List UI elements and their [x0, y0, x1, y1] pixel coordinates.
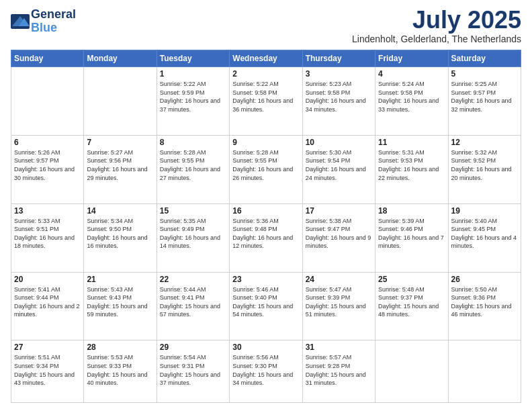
- weekday-header: Saturday: [448, 50, 521, 67]
- day-number: 1: [160, 69, 226, 79]
- calendar-cell: 15Sunrise: 5:35 AM Sunset: 9:49 PM Dayli…: [157, 203, 229, 272]
- calendar-week-row: 27Sunrise: 5:51 AM Sunset: 9:34 PM Dayli…: [11, 340, 521, 403]
- weekday-header: Tuesday: [157, 50, 229, 67]
- calendar-cell: 2Sunrise: 5:22 AM Sunset: 9:58 PM Daylig…: [230, 67, 302, 136]
- page: General Blue July 2025 Lindenholt, Gelde…: [0, 0, 532, 411]
- calendar-cell: 10Sunrise: 5:30 AM Sunset: 9:54 PM Dayli…: [302, 135, 375, 203]
- title-block: July 2025 Lindenholt, Gelderland, The Ne…: [352, 8, 521, 44]
- day-number: 11: [378, 138, 445, 147]
- day-info: Sunrise: 5:53 AM Sunset: 9:33 PM Dayligh…: [87, 353, 153, 387]
- calendar-cell: 26Sunrise: 5:50 AM Sunset: 9:36 PM Dayli…: [448, 272, 521, 340]
- calendar-cell: [11, 67, 84, 136]
- day-number: 30: [232, 342, 299, 352]
- weekday-header: Sunday: [11, 50, 84, 67]
- day-info: Sunrise: 5:33 AM Sunset: 9:51 PM Dayligh…: [14, 217, 81, 250]
- day-number: 25: [378, 275, 445, 284]
- calendar-cell: 25Sunrise: 5:48 AM Sunset: 9:37 PM Dayli…: [375, 272, 448, 340]
- calendar-cell: 1Sunrise: 5:22 AM Sunset: 9:59 PM Daylig…: [157, 67, 229, 136]
- calendar-cell: 24Sunrise: 5:47 AM Sunset: 9:39 PM Dayli…: [302, 272, 375, 340]
- calendar-cell: 27Sunrise: 5:51 AM Sunset: 9:34 PM Dayli…: [11, 340, 84, 403]
- day-number: 22: [160, 275, 226, 284]
- calendar-cell: 5Sunrise: 5:25 AM Sunset: 9:57 PM Daylig…: [448, 67, 521, 136]
- day-info: Sunrise: 5:32 AM Sunset: 9:52 PM Dayligh…: [451, 148, 518, 182]
- calendar-cell: 19Sunrise: 5:40 AM Sunset: 9:45 PM Dayli…: [448, 203, 521, 272]
- calendar-cell: 16Sunrise: 5:36 AM Sunset: 9:48 PM Dayli…: [230, 203, 302, 272]
- day-number: 12: [451, 138, 518, 147]
- day-number: 15: [160, 206, 226, 216]
- calendar-week-row: 13Sunrise: 5:33 AM Sunset: 9:51 PM Dayli…: [11, 203, 521, 272]
- day-number: 13: [14, 206, 81, 216]
- day-info: Sunrise: 5:30 AM Sunset: 9:54 PM Dayligh…: [306, 148, 372, 182]
- day-number: 21: [87, 275, 153, 284]
- calendar-cell: 11Sunrise: 5:31 AM Sunset: 9:53 PM Dayli…: [375, 135, 448, 203]
- day-number: 14: [87, 206, 153, 216]
- day-number: 31: [306, 342, 372, 352]
- day-info: Sunrise: 5:40 AM Sunset: 9:45 PM Dayligh…: [451, 217, 518, 250]
- calendar-cell: 12Sunrise: 5:32 AM Sunset: 9:52 PM Dayli…: [448, 135, 521, 203]
- calendar-cell: 31Sunrise: 5:57 AM Sunset: 9:28 PM Dayli…: [302, 340, 375, 403]
- calendar-week-row: 20Sunrise: 5:41 AM Sunset: 9:44 PM Dayli…: [11, 272, 521, 340]
- weekday-header: Monday: [84, 50, 157, 67]
- day-info: Sunrise: 5:51 AM Sunset: 9:34 PM Dayligh…: [14, 353, 81, 387]
- logo-line1: General: [31, 8, 76, 21]
- day-number: 28: [87, 342, 153, 352]
- logo-text: General Blue: [31, 8, 76, 35]
- day-info: Sunrise: 5:24 AM Sunset: 9:58 PM Dayligh…: [378, 80, 445, 113]
- day-info: Sunrise: 5:38 AM Sunset: 9:47 PM Dayligh…: [306, 217, 372, 250]
- day-info: Sunrise: 5:50 AM Sunset: 9:36 PM Dayligh…: [451, 285, 518, 319]
- day-info: Sunrise: 5:47 AM Sunset: 9:39 PM Dayligh…: [306, 285, 372, 319]
- calendar-cell: 29Sunrise: 5:54 AM Sunset: 9:31 PM Dayli…: [157, 340, 229, 403]
- day-info: Sunrise: 5:44 AM Sunset: 9:41 PM Dayligh…: [160, 285, 226, 319]
- day-number: 20: [14, 275, 81, 284]
- day-info: Sunrise: 5:34 AM Sunset: 9:50 PM Dayligh…: [87, 217, 153, 250]
- calendar-week-row: 1Sunrise: 5:22 AM Sunset: 9:59 PM Daylig…: [11, 67, 521, 136]
- day-number: 8: [160, 138, 226, 147]
- header: General Blue July 2025 Lindenholt, Gelde…: [11, 8, 521, 44]
- location-subtitle: Lindenholt, Gelderland, The Netherlands: [352, 34, 521, 44]
- day-info: Sunrise: 5:46 AM Sunset: 9:40 PM Dayligh…: [232, 285, 299, 319]
- day-info: Sunrise: 5:25 AM Sunset: 9:57 PM Dayligh…: [451, 80, 518, 113]
- calendar-cell: 14Sunrise: 5:34 AM Sunset: 9:50 PM Dayli…: [84, 203, 157, 272]
- calendar-cell: 23Sunrise: 5:46 AM Sunset: 9:40 PM Dayli…: [230, 272, 302, 340]
- day-number: 2: [232, 69, 299, 79]
- calendar-cell: 6Sunrise: 5:26 AM Sunset: 9:57 PM Daylig…: [11, 135, 84, 203]
- day-number: 16: [232, 206, 299, 216]
- calendar-cell: 13Sunrise: 5:33 AM Sunset: 9:51 PM Dayli…: [11, 203, 84, 272]
- weekday-header: Friday: [375, 50, 448, 67]
- day-number: 4: [378, 69, 445, 79]
- day-info: Sunrise: 5:22 AM Sunset: 9:58 PM Dayligh…: [232, 80, 299, 113]
- day-info: Sunrise: 5:22 AM Sunset: 9:59 PM Dayligh…: [160, 80, 226, 113]
- day-info: Sunrise: 5:28 AM Sunset: 9:55 PM Dayligh…: [232, 148, 299, 182]
- month-title: July 2025: [352, 8, 521, 32]
- day-info: Sunrise: 5:23 AM Sunset: 9:58 PM Dayligh…: [306, 80, 372, 113]
- day-info: Sunrise: 5:36 AM Sunset: 9:48 PM Dayligh…: [232, 217, 299, 250]
- calendar-cell: 9Sunrise: 5:28 AM Sunset: 9:55 PM Daylig…: [230, 135, 302, 203]
- calendar-cell: [375, 340, 448, 403]
- day-number: 24: [306, 275, 372, 284]
- day-info: Sunrise: 5:48 AM Sunset: 9:37 PM Dayligh…: [378, 285, 445, 319]
- day-number: 6: [14, 138, 81, 147]
- day-number: 27: [14, 342, 81, 352]
- calendar-header-row: SundayMondayTuesdayWednesdayThursdayFrid…: [11, 50, 521, 67]
- calendar-cell: 21Sunrise: 5:43 AM Sunset: 9:43 PM Dayli…: [84, 272, 157, 340]
- calendar-table: SundayMondayTuesdayWednesdayThursdayFrid…: [11, 50, 521, 403]
- calendar-cell: 22Sunrise: 5:44 AM Sunset: 9:41 PM Dayli…: [157, 272, 229, 340]
- day-info: Sunrise: 5:41 AM Sunset: 9:44 PM Dayligh…: [14, 285, 81, 319]
- day-info: Sunrise: 5:39 AM Sunset: 9:46 PM Dayligh…: [378, 217, 445, 250]
- day-info: Sunrise: 5:26 AM Sunset: 9:57 PM Dayligh…: [14, 148, 81, 182]
- day-info: Sunrise: 5:54 AM Sunset: 9:31 PM Dayligh…: [160, 353, 226, 387]
- day-number: 7: [87, 138, 153, 147]
- day-info: Sunrise: 5:43 AM Sunset: 9:43 PM Dayligh…: [87, 285, 153, 319]
- day-info: Sunrise: 5:27 AM Sunset: 9:56 PM Dayligh…: [87, 148, 153, 182]
- calendar-cell: 18Sunrise: 5:39 AM Sunset: 9:46 PM Dayli…: [375, 203, 448, 272]
- calendar-cell: 3Sunrise: 5:23 AM Sunset: 9:58 PM Daylig…: [302, 67, 375, 136]
- day-number: 9: [232, 138, 299, 147]
- day-number: 26: [451, 275, 518, 284]
- calendar-cell: 20Sunrise: 5:41 AM Sunset: 9:44 PM Dayli…: [11, 272, 84, 340]
- day-info: Sunrise: 5:31 AM Sunset: 9:53 PM Dayligh…: [378, 148, 445, 182]
- day-number: 5: [451, 69, 518, 79]
- calendar-cell: 8Sunrise: 5:28 AM Sunset: 9:55 PM Daylig…: [157, 135, 229, 203]
- weekday-header: Thursday: [302, 50, 375, 67]
- day-number: 3: [306, 69, 372, 79]
- calendar-cell: 30Sunrise: 5:56 AM Sunset: 9:30 PM Dayli…: [230, 340, 302, 403]
